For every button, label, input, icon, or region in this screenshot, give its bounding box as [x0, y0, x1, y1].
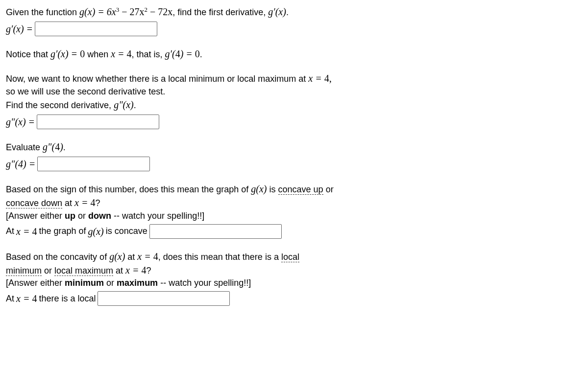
q1-period: . — [286, 7, 289, 17]
q4-label: g"(4) = — [6, 157, 35, 171]
q5-l1e: or — [323, 184, 334, 194]
question-4: Evaluate g"(4). g"(4) = — [6, 140, 582, 171]
q1-prompt: Given the function g(x) = 6x3 − 27x2 − 7… — [6, 5, 582, 19]
q6-l2b: or — [42, 266, 54, 276]
q4-line1: Evaluate g"(4). — [6, 140, 582, 154]
q2-line: Notice that g′(x) = 0 when x = 4, that i… — [6, 49, 202, 59]
q5-l1b: g(x) — [251, 184, 267, 194]
q6-l4c: there is a local — [39, 293, 96, 305]
q5-up: up — [65, 211, 75, 221]
question-3: Now, we want to know whether there is a … — [6, 71, 582, 129]
q5-l3a: [Answer either — [6, 211, 65, 221]
q5-l4b: x = 4 — [16, 225, 37, 238]
q1-label: g′(x) = — [6, 22, 33, 36]
q3-l3b: g"(x) — [114, 99, 134, 110]
q6-l2f: ? — [146, 266, 151, 276]
q5-l4d: g(x) — [88, 225, 103, 238]
local-maximum-link: local maximum — [54, 266, 113, 276]
q6-l1b: g(x) — [109, 251, 125, 262]
q1-mid1: − 27x — [119, 6, 144, 17]
q1-deriv: g′(x) — [268, 6, 286, 17]
q6-min: minimum — [65, 278, 104, 288]
q3-line2: so we will use the second derivative tes… — [6, 86, 582, 98]
q6-l3a: [Answer either — [6, 278, 65, 288]
concave-input[interactable] — [149, 224, 282, 239]
g-double-prime-input[interactable] — [37, 115, 159, 129]
q5-down: down — [88, 211, 111, 221]
q5-l4c: the graph of — [39, 225, 86, 237]
q6-l1a: Based on the concavity of — [6, 252, 109, 262]
q1-func: g(x) = 6x — [79, 6, 116, 17]
concave-down-link: concave down — [6, 198, 62, 208]
question-5: Based on the sign of this number, does t… — [6, 182, 582, 239]
q6-l3c: or — [104, 278, 117, 288]
q5-l3c: or — [75, 211, 88, 221]
question-6: Based on the concavity of g(x) at x = 4,… — [6, 250, 582, 306]
q6-max: maximum — [117, 278, 158, 288]
concave-up-link: concave up — [278, 184, 323, 195]
q5-line1: Based on the sign of this number, does t… — [6, 182, 582, 196]
local-extremum-input[interactable] — [98, 291, 230, 306]
q6-l2e: x = 4 — [125, 265, 146, 276]
q6-line2: minimum or local maximum at x = 4? — [6, 263, 582, 277]
q3-line1: Now, we want to know whether there is a … — [6, 71, 582, 85]
q6-l4b: x = 4 — [16, 292, 37, 305]
g-prime-input[interactable] — [35, 22, 157, 36]
q3-l3c: . — [134, 100, 136, 110]
q6-l1c: at — [125, 252, 137, 262]
q5-line2: concave down at x = 4? — [6, 196, 582, 209]
q6-l2d: at — [113, 266, 125, 276]
q5-l1a: Based on the sign of this number, does t… — [6, 184, 251, 194]
q3-l1b: x = 4, — [308, 73, 331, 84]
q5-l2b: at — [62, 198, 74, 208]
q6-l4a: At — [6, 293, 14, 305]
q5-l2c: x = 4 — [74, 197, 95, 208]
q5-line3: [Answer either up or down -- watch your … — [6, 210, 582, 222]
q5-l3e: -- watch your spelling!!] — [111, 211, 204, 221]
q3-line3: Find the second derivative, g"(x). — [6, 98, 582, 112]
q5-l4e: is concave — [106, 225, 147, 237]
question-2: Notice that g′(x) = 0 when x = 4, that i… — [6, 47, 582, 61]
q6-l1e: , does this mean that there is a — [158, 252, 281, 262]
q3-l3a: Find the second derivative, — [6, 100, 114, 110]
q1-mid2: − 72x — [147, 6, 172, 17]
minimum-link: minimum — [6, 266, 42, 276]
q6-line1: Based on the concavity of g(x) at x = 4,… — [6, 250, 582, 263]
q5-l4a: At — [6, 225, 14, 237]
q3-l1a: Now, we want to know whether there is a … — [6, 74, 308, 84]
q1-text: Given the function — [6, 7, 79, 17]
local-link: local — [281, 252, 299, 262]
q6-l3e: -- watch your spelling!!] — [158, 278, 251, 288]
q3-label: g"(x) = — [6, 115, 35, 129]
g-double-prime-4-input[interactable] — [37, 157, 150, 171]
q5-l2d: ? — [95, 198, 100, 208]
q1-suffix: , find the first derivative, — [172, 7, 268, 17]
q5-l1c: is — [267, 184, 278, 194]
q6-line3: [Answer either minimum or maximum -- wat… — [6, 277, 582, 289]
question-1: Given the function g(x) = 6x3 − 27x2 − 7… — [6, 5, 582, 36]
q6-l1d: x = 4 — [137, 251, 158, 262]
